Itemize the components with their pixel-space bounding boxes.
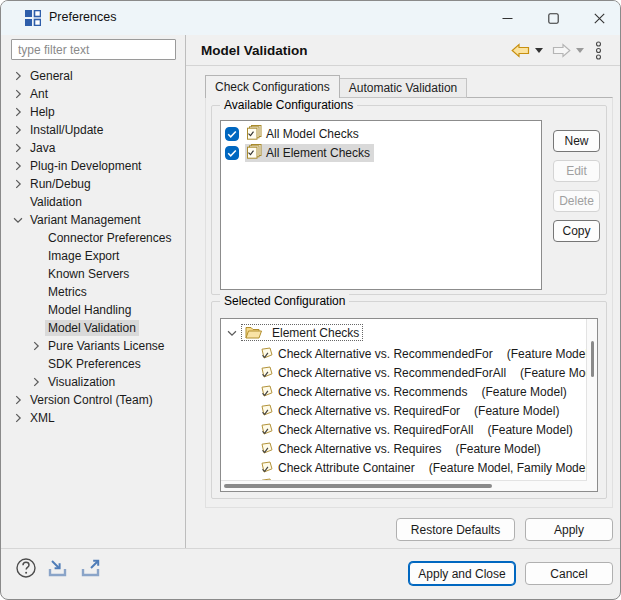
- copy-button[interactable]: Copy: [553, 220, 600, 242]
- sidebar-item-label: Variant Management: [27, 212, 144, 228]
- sidebar-item-label: Validation: [27, 194, 85, 210]
- check-name: Check Alternative vs. Requires: [278, 442, 441, 456]
- sidebar-item-help[interactable]: Help: [1, 103, 185, 121]
- sidebar-item-pure-variants-license[interactable]: Pure Variants License: [1, 337, 185, 355]
- sidebar-item-image-export[interactable]: Image Export: [1, 247, 185, 265]
- chevron-right-icon[interactable]: [9, 176, 27, 192]
- tree-root-label: Element Checks: [272, 326, 359, 340]
- forward-button[interactable]: [552, 39, 571, 61]
- back-button[interactable]: [511, 39, 530, 61]
- sidebar-item-connector-preferences[interactable]: Connector Preferences: [1, 229, 185, 247]
- check-item[interactable]: Check Alternative vs. Recommends(Feature…: [259, 382, 567, 401]
- sidebar-item-visualization[interactable]: Visualization: [1, 373, 185, 391]
- check-item[interactable]: Check Alternative vs. RecommendedFor(Fea…: [259, 344, 592, 363]
- preference-nav-toolbar: [511, 39, 602, 61]
- sidebar-item-general[interactable]: General: [1, 67, 185, 85]
- chevron-right-icon[interactable]: [9, 140, 27, 156]
- dropdown-caret-icon: [576, 48, 584, 53]
- chevron-right-icon[interactable]: [9, 104, 27, 120]
- sidebar-item-metrics[interactable]: Metrics: [1, 283, 185, 301]
- chevron-down-icon[interactable]: [9, 212, 27, 228]
- filter-input[interactable]: [11, 39, 176, 60]
- available-configurations-list[interactable]: All Model Checks All: [220, 120, 542, 290]
- dropdown-caret-icon: [535, 48, 543, 53]
- sidebar-item-validation[interactable]: Validation: [1, 193, 185, 211]
- sidebar-item-run-debug[interactable]: Run/Debug: [1, 175, 185, 193]
- sidebar-item-sdk-preferences[interactable]: SDK Preferences: [1, 355, 185, 373]
- sidebar-item-known-servers[interactable]: Known Servers: [1, 265, 185, 283]
- restore-defaults-button[interactable]: Restore Defaults: [396, 518, 515, 541]
- sidebar-item-label: Java: [27, 140, 58, 156]
- apply-button[interactable]: Apply: [525, 518, 613, 541]
- button-label: Restore Defaults: [411, 523, 500, 537]
- check-name: Check Alternative vs. RequiredForAll: [278, 423, 473, 437]
- chevron-right-icon[interactable]: [9, 410, 27, 426]
- check-name: Check Alternative vs. Recommends: [278, 385, 467, 399]
- check-item-icon: [259, 347, 273, 360]
- list-item-body-selected[interactable]: All Element Checks: [245, 144, 374, 162]
- tab-automatic-validation[interactable]: Automatic Validation: [340, 78, 468, 98]
- chevron-right-icon[interactable]: [9, 68, 27, 84]
- folder-open-icon: [245, 326, 262, 339]
- sidebar-item-variant-management[interactable]: Variant Management: [1, 211, 185, 229]
- help-button[interactable]: [15, 557, 37, 579]
- sidebar-item-version-control[interactable]: Version Control (Team): [1, 391, 185, 409]
- chevron-right-icon[interactable]: [9, 122, 27, 138]
- tree-root-element-checks[interactable]: Element Checks: [225, 323, 363, 342]
- forward-menu-button[interactable]: [576, 39, 584, 61]
- list-item[interactable]: All Model Checks: [225, 125, 363, 143]
- sidebar-item-java[interactable]: Java: [1, 139, 185, 157]
- close-button[interactable]: [576, 1, 621, 35]
- check-item[interactable]: Check Alternative vs. RequiredFor(Featur…: [259, 401, 559, 420]
- check-item[interactable]: Check Alternative vs. RecommendedForAll(…: [259, 363, 598, 382]
- sidebar-item-label: Install/Update: [27, 122, 106, 138]
- footer-divider: [1, 548, 621, 549]
- sidebar-item-install-update[interactable]: Install/Update: [1, 121, 185, 139]
- import-preferences-button[interactable]: [47, 559, 70, 578]
- chevron-right-icon[interactable]: [27, 338, 45, 354]
- scrollbar-thumb[interactable]: [591, 341, 594, 377]
- sidebar-item-model-handling[interactable]: Model Handling: [1, 301, 185, 319]
- chevron-right-icon[interactable]: [27, 374, 45, 390]
- check-item-icon: [259, 423, 273, 436]
- delete-button: Delete: [553, 190, 600, 212]
- button-label: Cancel: [550, 567, 587, 581]
- sidebar-item-label: SDK Preferences: [45, 356, 144, 372]
- new-button[interactable]: New: [553, 130, 600, 152]
- list-item[interactable]: All Element Checks: [225, 144, 374, 162]
- check-item-icon: [259, 366, 273, 379]
- scrollbar-thumb[interactable]: [224, 484, 492, 488]
- vertical-scrollbar[interactable]: [586, 319, 597, 491]
- chevron-right-icon[interactable]: [9, 158, 27, 174]
- checkbox-checked[interactable]: [225, 146, 239, 160]
- back-menu-button[interactable]: [535, 39, 543, 61]
- horizontal-scrollbar[interactable]: [221, 480, 587, 491]
- title-bar[interactable]: Preferences: [1, 1, 620, 35]
- checkbox-checked[interactable]: [225, 127, 239, 141]
- chevron-right-icon[interactable]: [9, 86, 27, 102]
- cancel-button[interactable]: Cancel: [525, 562, 613, 585]
- sidebar-item-xml[interactable]: XML: [1, 409, 185, 427]
- chevron-right-icon[interactable]: [9, 392, 27, 408]
- minimize-button[interactable]: [484, 1, 530, 35]
- view-menu-button[interactable]: [595, 39, 602, 61]
- sidebar-sash[interactable]: [185, 35, 186, 548]
- export-preferences-button[interactable]: [80, 559, 103, 578]
- check-item[interactable]: Check Alternative vs. Requires(Feature M…: [259, 439, 541, 458]
- maximize-button[interactable]: [530, 1, 576, 35]
- sidebar-item-label: Connector Preferences: [45, 230, 174, 246]
- check-item[interactable]: Check Alternative vs. RequiredForAll(Fea…: [259, 420, 573, 439]
- check-name: Check Alternative vs. RecommendedForAll: [278, 366, 506, 380]
- edit-button: Edit: [553, 160, 600, 182]
- sidebar-item-ant[interactable]: Ant: [1, 85, 185, 103]
- sidebar-item-plugin-development[interactable]: Plug-in Development: [1, 157, 185, 175]
- tab-check-configurations[interactable]: Check Configurations: [205, 75, 340, 98]
- list-item-body[interactable]: All Model Checks: [245, 125, 363, 143]
- minimize-icon: [502, 13, 513, 24]
- chevron-down-icon[interactable]: [225, 326, 239, 340]
- check-item-icon: [259, 404, 273, 417]
- apply-and-close-button[interactable]: Apply and Close: [409, 562, 515, 585]
- sidebar-item-model-validation[interactable]: Model Validation: [1, 319, 185, 337]
- selected-configuration-tree[interactable]: Element Checks Check Alternative vs. Rec…: [220, 318, 598, 492]
- check-name: Check Attribute Container: [278, 461, 415, 475]
